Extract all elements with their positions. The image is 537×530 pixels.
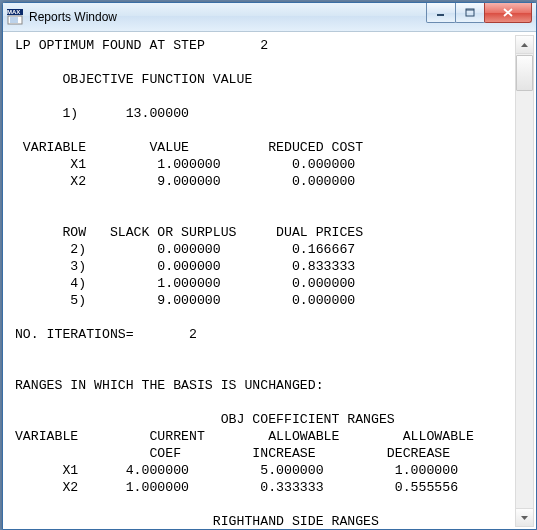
reports-window: MAX Reports Window LP OPTIMUM FOUND AT S… (2, 2, 537, 530)
svg-marker-9 (521, 43, 528, 47)
maximize-button[interactable] (455, 3, 485, 23)
window-buttons (427, 3, 532, 23)
scroll-up-arrow[interactable] (516, 36, 533, 54)
report-content-area: LP OPTIMUM FOUND AT STEP 2 OBJECTIVE FUN… (3, 32, 536, 529)
minimize-button[interactable] (426, 3, 456, 23)
vertical-scrollbar[interactable] (515, 35, 534, 527)
window-title: Reports Window (29, 10, 427, 24)
svg-text:MAX: MAX (7, 9, 20, 15)
max-app-icon: MAX (7, 9, 23, 25)
scroll-down-arrow[interactable] (516, 508, 533, 526)
report-text: LP OPTIMUM FOUND AT STEP 2 OBJECTIVE FUN… (7, 37, 514, 525)
close-button[interactable] (484, 3, 532, 23)
svg-marker-10 (521, 516, 528, 520)
titlebar[interactable]: MAX Reports Window (3, 3, 536, 32)
scroll-thumb[interactable] (516, 55, 533, 91)
